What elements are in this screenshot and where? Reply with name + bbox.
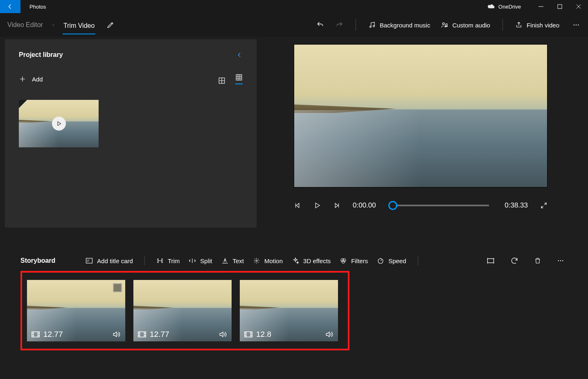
clip-duration: 12.77 (150, 330, 169, 339)
split-label: Split (200, 257, 212, 264)
pencil-icon (107, 21, 114, 29)
close-icon (576, 4, 581, 9)
split-button[interactable]: Split (189, 257, 212, 264)
clip-duration: 12.8 (256, 330, 271, 339)
filmstrip-icon (244, 331, 253, 338)
storyboard-more-button[interactable] (554, 257, 568, 264)
motion-label: Motion (264, 257, 283, 264)
effects3d-button[interactable]: 3D effects (292, 257, 331, 264)
back-button[interactable] (0, 0, 20, 13)
motion-icon (253, 257, 260, 264)
step-forward-icon (333, 202, 340, 209)
fullscreen-button[interactable] (540, 202, 547, 209)
library-clip-thumbnail[interactable] (19, 100, 99, 147)
play-button[interactable] (313, 202, 321, 209)
total-time-label: 0:38.33 (505, 201, 528, 210)
divider (356, 19, 356, 31)
add-title-card-button[interactable]: Add title card (86, 257, 133, 264)
trim-label: Trim (168, 257, 180, 264)
svg-point-20 (562, 260, 563, 261)
text-label: Text (233, 257, 244, 264)
storyboard-clip[interactable]: 12.8 (240, 280, 338, 341)
effects3d-label: 3D effects (303, 257, 331, 264)
svg-point-3 (443, 23, 445, 25)
svg-rect-11 (86, 258, 92, 263)
svg-point-2 (373, 25, 375, 27)
trim-button[interactable]: Trim (156, 257, 180, 264)
fullscreen-icon (540, 202, 547, 209)
minimize-icon (538, 4, 543, 9)
split-icon (189, 257, 196, 264)
finish-video-button[interactable]: Finish video (514, 19, 561, 31)
speed-button[interactable]: Speed (377, 257, 406, 264)
large-view-button[interactable] (218, 77, 225, 84)
chevron-right-icon (51, 22, 55, 28)
storyboard-clip[interactable]: 12.77 (27, 280, 125, 341)
onedrive-indicator[interactable]: OneDrive (487, 4, 521, 10)
title-bar: Photos OneDrive (0, 0, 588, 13)
app-title: Photos (29, 4, 46, 10)
clip-duration: 12.77 (43, 330, 63, 339)
volume-icon[interactable] (218, 330, 228, 338)
trash-icon (534, 257, 541, 265)
music-note-icon (368, 21, 376, 29)
rotate-icon (510, 257, 518, 265)
custom-audio-label: Custom audio (452, 22, 490, 29)
svg-point-5 (446, 26, 448, 27)
filmstrip-icon (137, 331, 146, 338)
rename-button[interactable] (107, 21, 114, 29)
svg-point-12 (256, 260, 257, 262)
filters-label: Filters (351, 257, 368, 264)
window-minimize-button[interactable] (532, 0, 550, 13)
svg-point-1 (369, 26, 371, 28)
storyboard-clip[interactable]: 12.77 (133, 280, 232, 341)
plus-icon (19, 75, 26, 83)
motion-button[interactable]: Motion (253, 257, 283, 264)
seek-slider[interactable] (392, 205, 489, 206)
divider (502, 19, 503, 31)
delete-button[interactable] (531, 257, 545, 265)
redo-button (333, 18, 345, 32)
project-library-panel: Project library Add (5, 39, 257, 228)
filters-icon (340, 257, 347, 264)
svg-point-19 (560, 260, 561, 261)
ellipsis-icon (557, 257, 564, 264)
clip-checkbox[interactable] (113, 283, 122, 292)
add-media-button[interactable]: Add (19, 75, 43, 83)
next-frame-button[interactable] (333, 202, 340, 209)
seek-slider-knob[interactable] (388, 201, 397, 210)
maximize-icon (557, 4, 562, 9)
text-button[interactable]: Text (221, 257, 244, 264)
aspect-icon (487, 257, 495, 264)
divider (144, 256, 145, 265)
svg-point-8 (578, 25, 579, 25)
volume-icon[interactable] (111, 330, 121, 338)
window-maximize-button[interactable] (550, 0, 569, 13)
background-music-button[interactable]: Background music (367, 19, 432, 31)
custom-audio-button[interactable]: Custom audio (439, 19, 492, 31)
storyboard-clips-area: 12.77 12.77 12.8 (0, 265, 588, 350)
collapse-library-button[interactable] (236, 51, 243, 59)
rotate-button[interactable] (507, 257, 522, 265)
previous-frame-button[interactable] (294, 202, 301, 209)
speed-label: Speed (388, 257, 406, 264)
filmstrip-icon (31, 331, 40, 338)
svg-point-4 (445, 26, 446, 27)
player-controls: 0:00.00 0:38.33 (294, 201, 547, 210)
svg-point-18 (558, 260, 559, 261)
volume-icon[interactable] (324, 330, 334, 338)
resize-button[interactable] (483, 257, 498, 264)
chevron-left-icon (236, 51, 243, 59)
video-preview[interactable] (294, 44, 547, 187)
undo-button[interactable] (315, 18, 326, 32)
add-label: Add (32, 76, 43, 83)
breadcrumb-root[interactable]: Video Editor (7, 19, 44, 31)
more-button[interactable] (571, 19, 581, 31)
breadcrumb-current[interactable]: Trim Video (63, 20, 95, 34)
small-view-button[interactable] (235, 74, 243, 84)
finish-video-label: Finish video (527, 22, 559, 29)
window-close-button[interactable] (569, 0, 588, 13)
main-area: Project library Add (0, 37, 588, 246)
step-back-icon (294, 202, 301, 209)
filters-button[interactable]: Filters (340, 257, 368, 264)
